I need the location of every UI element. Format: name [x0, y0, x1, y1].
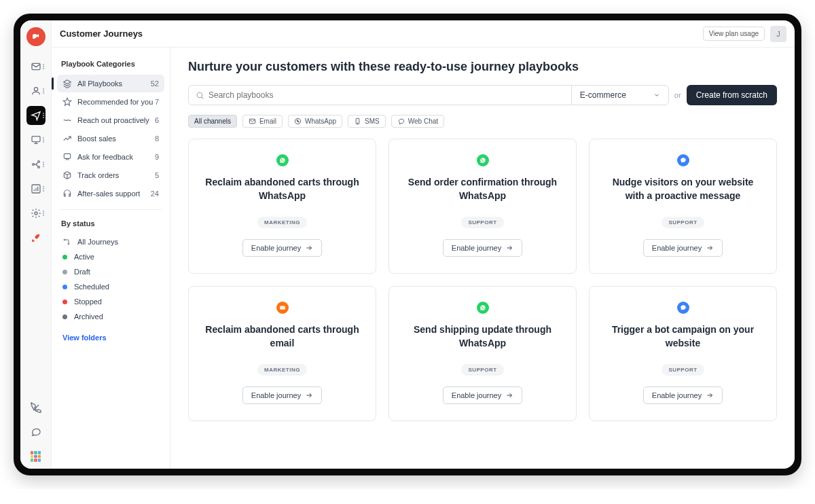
playbook-card: Send order confirmation through WhatsApp…: [388, 139, 577, 274]
svg-rect-2: [32, 137, 40, 142]
search-input[interactable]: [209, 90, 564, 100]
arrow-right-icon: [706, 244, 714, 252]
card-tag: MARKETING: [257, 364, 307, 376]
search-icon: [196, 91, 204, 100]
category-dropdown[interactable]: E-commerce: [571, 86, 668, 105]
status-all-journeys[interactable]: All Journeys: [57, 234, 164, 249]
status-dot-icon: [62, 270, 67, 274]
channel-chip-whatsapp[interactable]: WhatsApp: [288, 115, 342, 128]
category-label: Recommended for you: [77, 98, 155, 106]
nav-phone[interactable]: [26, 398, 46, 417]
card-title: Reclaim abandoned carts through email: [200, 323, 365, 350]
category-count: 5: [155, 171, 159, 179]
category-label: All Playbooks: [77, 79, 151, 88]
whatsapp-icon: [477, 154, 489, 166]
category-reach-out[interactable]: Reach out proactively 6: [57, 111, 164, 129]
svg-point-16: [357, 123, 358, 124]
channel-chip-all[interactable]: All channels: [188, 115, 237, 128]
arrow-right-icon: [305, 391, 313, 399]
card-title: Reclaim abandoned carts through WhatsApp: [200, 176, 365, 203]
view-folders-link[interactable]: View folders: [57, 324, 164, 344]
category-label: Ask for feedback: [77, 153, 155, 161]
card-title: Trigger a bot campaign on your website: [600, 323, 765, 350]
sms-icon: [354, 118, 361, 125]
nav-contacts[interactable]: [26, 82, 46, 101]
status-stopped[interactable]: Stopped: [57, 294, 164, 309]
arrow-right-icon: [505, 391, 513, 399]
enable-journey-button[interactable]: Enable journey: [242, 239, 322, 257]
category-after-sales[interactable]: After-sales support 24: [57, 185, 164, 202]
category-count: 52: [151, 79, 159, 88]
status-active[interactable]: Active: [57, 249, 164, 264]
sidebar: Playbook Categories All Playbooks 52 Rec…: [52, 48, 170, 469]
status-archived[interactable]: Archived: [57, 309, 164, 324]
svg-point-4: [37, 161, 39, 163]
status-label: Draft: [74, 268, 90, 276]
channel-chip-sms[interactable]: SMS: [348, 115, 386, 128]
nav-automation[interactable]: [26, 155, 46, 174]
nav-reports[interactable]: [26, 179, 46, 198]
package-icon: [62, 170, 72, 180]
category-label: After-sales support: [77, 190, 151, 198]
nav-monitor[interactable]: [26, 130, 46, 149]
card-tag: SUPPORT: [461, 364, 503, 376]
enable-journey-button[interactable]: Enable journey: [643, 386, 723, 404]
channel-chip-email[interactable]: Email: [242, 115, 283, 128]
topbar: Customer Journeys View plan usage J: [52, 20, 795, 48]
enable-journey-button[interactable]: Enable journey: [443, 386, 522, 404]
whatsapp-icon: [276, 154, 289, 166]
playbook-card: Trigger a bot campaign on your website S…: [589, 286, 777, 421]
webchat-icon: [397, 118, 405, 125]
svg-rect-9: [64, 154, 70, 158]
svg-point-7: [35, 212, 37, 215]
page-title: Customer Journeys: [60, 29, 143, 39]
status-scheduled[interactable]: Scheduled: [57, 279, 164, 294]
chat-icon: [677, 154, 689, 166]
card-tag: SUPPORT: [662, 217, 704, 228]
category-recommended[interactable]: Recommended for you 7: [57, 93, 164, 111]
category-boost-sales[interactable]: Boost sales 8: [57, 130, 164, 147]
enable-journey-button[interactable]: Enable journey: [643, 239, 723, 257]
category-label: Track orders: [77, 171, 155, 179]
create-from-scratch-button[interactable]: Create from scratch: [687, 85, 777, 105]
brand-logo[interactable]: [26, 27, 46, 46]
playbook-card: Send shipping update through WhatsApp SU…: [388, 286, 577, 421]
avatar[interactable]: J: [770, 26, 786, 42]
playbook-card: Nudge visitors on your website with a pr…: [589, 139, 777, 274]
enable-journey-button[interactable]: Enable journey: [242, 386, 322, 404]
nav-inbox[interactable]: [26, 57, 46, 76]
category-all-playbooks[interactable]: All Playbooks 52: [57, 75, 164, 92]
status-dot-icon: [62, 300, 67, 304]
status-dot-icon: [62, 314, 67, 319]
nav-journeys[interactable]: [26, 106, 46, 125]
channel-chip-webchat[interactable]: Web Chat: [391, 115, 444, 128]
svg-point-3: [32, 164, 34, 166]
feedback-icon: [62, 152, 72, 162]
card-tag: MARKETING: [257, 217, 307, 228]
category-feedback[interactable]: Ask for feedback 9: [57, 148, 164, 166]
whatsapp-icon: [477, 302, 489, 314]
category-count: 6: [155, 116, 159, 124]
playbook-card: Reclaim abandoned carts through email MA…: [188, 286, 376, 421]
status-draft[interactable]: Draft: [57, 264, 164, 279]
category-count: 9: [155, 153, 159, 161]
nav-rocket[interactable]: [26, 228, 46, 247]
category-track-orders[interactable]: Track orders 5: [57, 166, 164, 184]
whatsapp-icon: [294, 118, 302, 125]
nav-apps[interactable]: [26, 447, 46, 466]
nav-settings[interactable]: [26, 204, 46, 223]
arrow-right-icon: [706, 391, 714, 399]
view-plan-usage-button[interactable]: View plan usage: [703, 26, 765, 41]
content-area: Nurture your customers with these ready-…: [170, 48, 795, 469]
status-dot-icon: [62, 285, 67, 289]
wave-icon: [62, 115, 72, 125]
status-heading: By status: [57, 217, 164, 234]
content-headline: Nurture your customers with these ready-…: [188, 60, 777, 74]
enable-journey-button[interactable]: Enable journey: [443, 239, 522, 257]
nav-chat[interactable]: [26, 422, 46, 442]
star-icon: [62, 97, 72, 107]
arrow-right-icon: [305, 244, 313, 252]
playbook-card: Reclaim abandoned carts through WhatsApp…: [188, 139, 376, 274]
headset-icon: [62, 189, 72, 198]
email-icon: [249, 118, 256, 125]
